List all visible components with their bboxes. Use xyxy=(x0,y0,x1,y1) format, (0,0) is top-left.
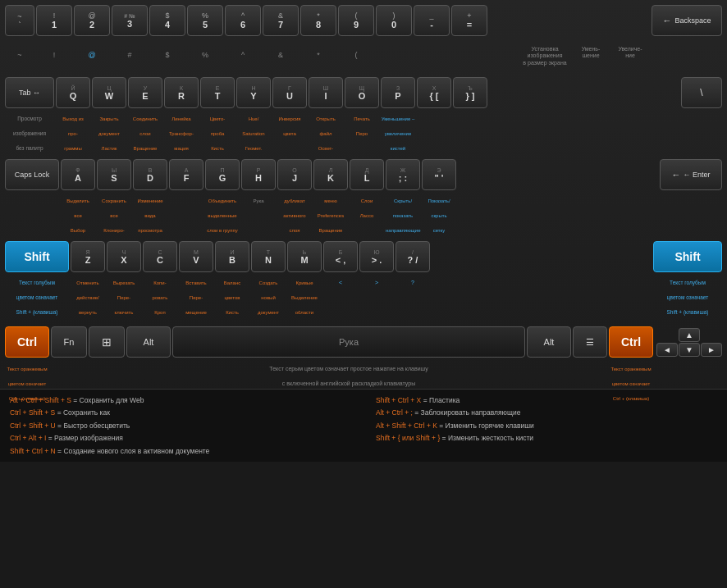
key-b[interactable]: И B xyxy=(215,241,249,272)
key-wrap-tab: Tab ↔ xyxy=(5,77,54,108)
key-caps-lock[interactable]: Caps Lock xyxy=(5,159,59,190)
key-semicolon[interactable]: Ж ; : xyxy=(386,159,420,190)
key-k[interactable]: Л K xyxy=(313,159,348,190)
shortcut-7: Alt + Ctrl + ; = Заблокировать направляю… xyxy=(376,407,717,418)
key-shift-right[interactable]: Shift xyxy=(653,241,722,272)
shift-right-label: Shift xyxy=(674,250,700,263)
key-p[interactable]: З P xyxy=(381,77,415,108)
key-arrow-up[interactable]: ▲ xyxy=(679,328,700,342)
key-m[interactable]: Ь M xyxy=(287,241,322,272)
key-wrap-6: ^ 6 xyxy=(225,5,261,36)
key-0[interactable]: ) 0 xyxy=(376,5,412,36)
key-wrap-0: ) 0 xyxy=(376,5,412,36)
shortcut-5: Shift + Ctrl + N = Создание нового слоя … xyxy=(10,445,351,457)
key-v[interactable]: М V xyxy=(179,241,213,272)
key-comma[interactable]: Б < , xyxy=(323,241,358,272)
key-o[interactable]: Щ O xyxy=(345,77,379,108)
key-h[interactable]: Р H xyxy=(241,159,276,190)
caps-lock-label: Caps Lock xyxy=(15,171,50,179)
key-u[interactable]: Г U xyxy=(272,77,307,108)
shift-left-label: Shift xyxy=(24,250,49,263)
shortcut-1: Alt + Ctrl + Shift + S = Сохранить для W… xyxy=(10,394,351,406)
alt-left-label: Alt xyxy=(144,337,154,347)
key-arrow-left[interactable]: ◄ xyxy=(656,343,678,357)
shortcut-6: Shift + Ctrl + X = Пластика xyxy=(376,394,717,406)
key-arrow-down[interactable]: ▼ xyxy=(679,343,700,357)
key-alt-left[interactable]: Alt xyxy=(126,326,171,358)
key-i[interactable]: Ш I xyxy=(309,77,343,108)
key-wrap-equals: + = xyxy=(451,5,487,36)
key-w[interactable]: Ц W xyxy=(92,77,126,108)
key-x[interactable]: Ч X xyxy=(107,241,141,272)
key-win[interactable]: ⊞ xyxy=(89,326,125,358)
bottom-shortcuts: Alt + Ctrl + Shift + S = Сохранить для W… xyxy=(0,389,727,462)
key-enter[interactable]: ← ← Enter xyxy=(660,159,722,190)
key-a[interactable]: Ф A xyxy=(61,159,95,190)
key-bracket-close[interactable]: Ъ } ] xyxy=(453,77,487,108)
key-q[interactable]: Й Q xyxy=(56,77,90,108)
key-fn[interactable]: Fn xyxy=(51,326,87,358)
key-wrap-4: $ 4 xyxy=(149,5,185,36)
key-backspace[interactable]: ← Backspace xyxy=(652,5,722,36)
fn-label: Fn xyxy=(64,337,75,347)
key-wrap-3: # № 3 xyxy=(112,5,148,36)
key-5[interactable]: % 5 xyxy=(187,5,223,36)
key-minus[interactable]: _ - xyxy=(414,5,450,36)
ctrl-left-label: Ctrl xyxy=(17,335,37,349)
key-g[interactable]: П G xyxy=(205,159,240,190)
key-wrap-2: @ 2 xyxy=(74,5,110,36)
key-9[interactable]: ( 9 xyxy=(338,5,374,36)
key-4[interactable]: $ 4 xyxy=(149,5,185,36)
key-s[interactable]: Ы S xyxy=(97,159,131,190)
key-equals[interactable]: + = xyxy=(451,5,487,36)
key-j[interactable]: О J xyxy=(277,159,312,190)
key-wrap-5: % 5 xyxy=(187,5,223,36)
key-d[interactable]: В D xyxy=(133,159,167,190)
space-hint: Рука xyxy=(339,337,359,347)
key-tilde[interactable]: ~ ` xyxy=(5,5,34,36)
shortcut-3: Ctrl + Shift + U = Быстро обесцветить xyxy=(10,420,351,431)
key-menu[interactable]: ☰ xyxy=(573,326,607,358)
key-shift-left[interactable]: Shift xyxy=(5,241,69,272)
key-bracket-open[interactable]: Х { [ xyxy=(417,77,451,108)
key-2[interactable]: @ 2 xyxy=(74,5,110,36)
key-wrap-minus: _ - xyxy=(414,5,450,36)
key-wrap-tilde: ~ ` xyxy=(5,5,34,36)
key-ctrl-right[interactable]: Ctrl xyxy=(609,326,653,358)
key-y[interactable]: Н Y xyxy=(236,77,271,108)
key-z[interactable]: Я Z xyxy=(71,241,105,272)
key-l[interactable]: Д L xyxy=(350,159,384,190)
key-spacebar[interactable]: Рука xyxy=(172,326,525,358)
enter-label: ← Enter xyxy=(683,171,710,179)
key-slash[interactable]: / ? / xyxy=(396,241,430,272)
key-quote[interactable]: Э " ' xyxy=(422,159,456,190)
key-f[interactable]: А F xyxy=(169,159,203,190)
backspace-label: Backspace xyxy=(674,16,711,25)
key-r[interactable]: К R xyxy=(164,77,199,108)
key-tab[interactable]: Tab ↔ xyxy=(5,77,54,108)
key-ctrl-left[interactable]: Ctrl xyxy=(5,326,49,358)
key-wrap-1: ! 1 xyxy=(36,5,72,44)
key-6[interactable]: ^ 6 xyxy=(225,5,261,36)
key-1[interactable]: ! 1 xyxy=(36,5,72,36)
key-wrap-8: * 8 xyxy=(300,5,336,36)
key-wrap-9: ( 9 xyxy=(338,5,374,36)
tab-label: Tab ↔ xyxy=(19,89,40,97)
key-arrow-right[interactable]: ► xyxy=(701,343,722,357)
key-backslash[interactable]: \ xyxy=(681,77,722,108)
key-3[interactable]: # № 3 xyxy=(112,5,148,36)
key-8[interactable]: * 8 xyxy=(300,5,336,36)
shortcut-9: Shift + { или Shift + } = Изменить жестк… xyxy=(376,432,717,444)
shortcut-4: Ctrl + Alt + I = Размер изображения xyxy=(10,432,351,444)
key-alt-right[interactable]: Alt xyxy=(527,326,571,358)
key-period[interactable]: Ю > . xyxy=(359,241,394,272)
key-t[interactable]: Е T xyxy=(200,77,235,108)
key-wrap-7: & 7 xyxy=(263,5,299,36)
key-7[interactable]: & 7 xyxy=(263,5,299,36)
shortcut-2: Ctrl + Shift + S = Сохранить как xyxy=(10,407,351,418)
key-e[interactable]: У E xyxy=(128,77,162,108)
key-c[interactable]: С C xyxy=(143,241,177,272)
shortcut-8: Alt + Shift + Ctrl + K = Изменить горячи… xyxy=(376,420,717,431)
key-n[interactable]: Т N xyxy=(251,241,286,272)
